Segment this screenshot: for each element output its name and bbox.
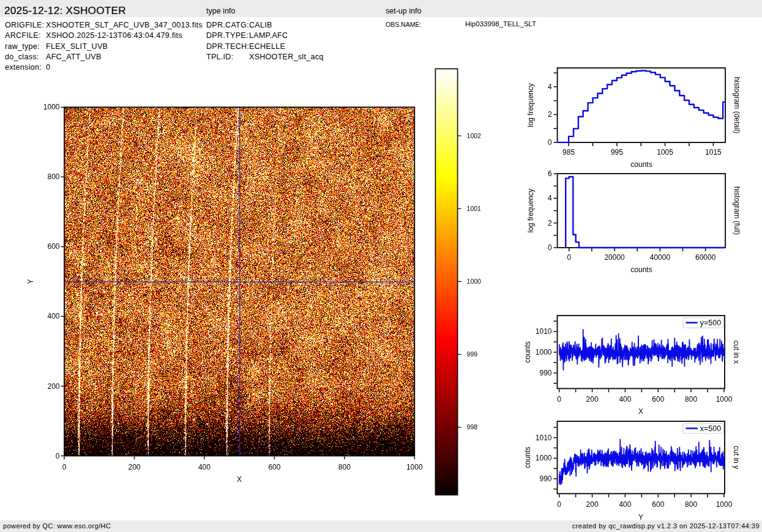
svg-text:0: 0 <box>62 463 67 471</box>
svg-text:990: 990 <box>539 475 551 483</box>
svg-text:4: 4 <box>548 83 552 91</box>
svg-text:2: 2 <box>548 110 552 119</box>
svg-text:800: 800 <box>685 395 697 404</box>
svg-text:6: 6 <box>548 169 552 178</box>
svg-text:600: 600 <box>47 242 59 251</box>
svg-text:histogram (full): histogram (full) <box>733 187 741 235</box>
svg-text:1010: 1010 <box>536 327 552 336</box>
svg-text:400: 400 <box>619 395 631 404</box>
svg-text:40000: 40000 <box>650 253 671 262</box>
svg-text:2: 2 <box>548 219 552 227</box>
svg-text:counts: counts <box>630 160 652 169</box>
svg-text:1002: 1002 <box>467 132 482 139</box>
svg-text:histogram (detail): histogram (detail) <box>733 77 741 134</box>
svg-text:cut in x: cut in x <box>732 341 741 364</box>
svg-text:200: 200 <box>586 500 599 509</box>
svg-text:400: 400 <box>619 500 631 509</box>
svg-text:990: 990 <box>539 369 551 377</box>
svg-text:counts: counts <box>523 446 532 468</box>
svg-text:0: 0 <box>548 138 552 147</box>
svg-text:600: 600 <box>268 463 280 471</box>
svg-text:20000: 20000 <box>604 253 625 262</box>
svg-text:1010: 1010 <box>536 434 552 442</box>
svg-text:1000: 1000 <box>43 103 60 111</box>
svg-text:log frequency: log frequency <box>526 83 535 127</box>
svg-text:1000: 1000 <box>536 348 552 357</box>
svg-text:1000: 1000 <box>536 454 552 462</box>
svg-text:cut in y: cut in y <box>732 446 741 469</box>
svg-text:1015: 1015 <box>705 148 722 157</box>
svg-text:998: 998 <box>467 423 478 430</box>
svg-text:800: 800 <box>685 500 697 509</box>
svg-text:Y: Y <box>638 513 643 522</box>
svg-text:200: 200 <box>47 382 59 391</box>
svg-text:200: 200 <box>586 395 599 404</box>
svg-text:600: 600 <box>652 500 664 509</box>
svg-text:1000: 1000 <box>467 278 482 285</box>
svg-text:4: 4 <box>548 194 552 202</box>
svg-text:0: 0 <box>56 452 60 460</box>
svg-text:Y: Y <box>27 279 35 284</box>
svg-text:y=500: y=500 <box>700 319 721 327</box>
svg-text:0: 0 <box>567 253 571 262</box>
svg-text:60000: 60000 <box>695 253 716 262</box>
svg-text:400: 400 <box>198 463 211 471</box>
svg-text:0: 0 <box>557 395 561 404</box>
svg-text:999: 999 <box>467 350 478 358</box>
svg-text:1005: 1005 <box>657 148 673 157</box>
svg-text:800: 800 <box>47 172 59 181</box>
svg-text:1000: 1000 <box>716 500 733 509</box>
svg-text:x=500: x=500 <box>700 424 721 433</box>
svg-text:985: 985 <box>562 148 575 157</box>
svg-text:995: 995 <box>611 148 623 157</box>
svg-text:0: 0 <box>557 500 561 509</box>
svg-text:counts: counts <box>523 341 532 363</box>
svg-text:1000: 1000 <box>406 463 423 471</box>
svg-text:X: X <box>638 407 643 416</box>
svg-text:log frequency: log frequency <box>526 188 535 232</box>
svg-text:400: 400 <box>47 312 59 320</box>
svg-text:0: 0 <box>548 243 552 252</box>
svg-text:800: 800 <box>338 463 351 471</box>
svg-text:1000: 1000 <box>716 395 733 404</box>
svg-text:counts: counts <box>630 265 652 274</box>
svg-text:200: 200 <box>128 463 140 471</box>
svg-text:600: 600 <box>652 395 664 404</box>
svg-text:X: X <box>237 475 242 484</box>
svg-text:1001: 1001 <box>467 205 482 212</box>
